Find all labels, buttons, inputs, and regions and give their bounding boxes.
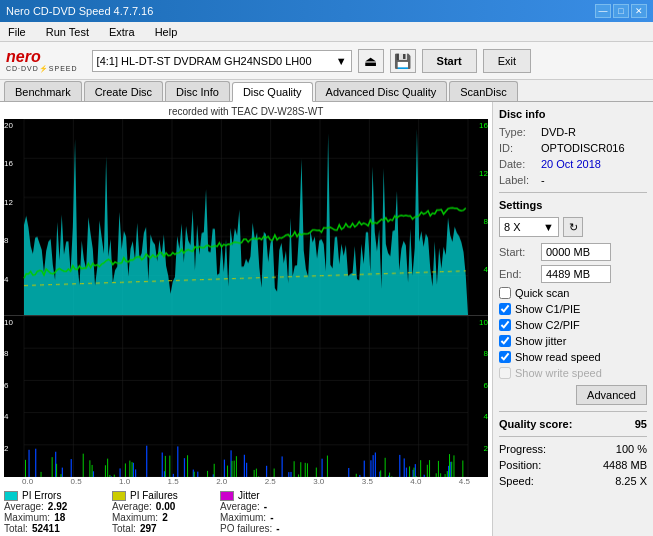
maximize-button[interactable]: □ [613,4,629,18]
separator-3 [499,436,647,437]
save-button[interactable]: 💾 [390,49,416,73]
show-c1-pie-row: Show C1/PIE [499,303,647,315]
main-content: recorded with TEAC DV-W28S-WT 20 16 12 8… [0,102,653,536]
speed-row: 8 X ▼ ↻ [499,217,647,237]
upper-chart-canvas [4,119,488,315]
disc-info-title: Disc info [499,108,647,120]
upper-chart: 20 16 12 8 4 16 12 8 4 [4,119,488,316]
eject-button[interactable]: ⏏ [358,49,384,73]
pi-failures-total: 297 [140,523,157,534]
pi-failures-color [112,491,126,501]
show-jitter-row: Show jitter [499,335,647,347]
quick-scan-row: Quick scan [499,287,647,299]
show-jitter-label: Show jitter [515,335,566,347]
jitter-max: - [270,512,273,523]
separator-1 [499,192,647,193]
title-bar: Nero CD-DVD Speed 4.7.7.16 — □ ✕ [0,0,653,22]
advanced-button[interactable]: Advanced [576,385,647,405]
pi-failures-max: 2 [162,512,168,523]
start-button[interactable]: Start [422,49,477,73]
pi-errors-label: PI Errors [22,490,61,501]
lower-chart-canvas [4,316,488,477]
legend-pi-failures: PI Failures Average: 0.00 Maximum: 2 Tot… [112,490,212,534]
app-title: Nero CD-DVD Speed 4.7.7.16 [6,5,153,17]
end-input[interactable] [541,265,611,283]
legend-jitter: Jitter Average: - Maximum: - PO failures… [220,490,320,534]
position-row: Position: 4488 MB [499,459,647,471]
pi-errors-avg: 2.92 [48,501,67,512]
po-failures-value: - [276,523,279,534]
type-row: Type: DVD-R [499,126,647,138]
drive-selector[interactable]: [4:1] HL-DT-ST DVDRAM GH24NSD0 LH00 ▼ [92,50,352,72]
tab-disc-quality[interactable]: Disc Quality [232,82,313,102]
show-read-speed-checkbox[interactable] [499,351,511,363]
disc-id: OPTODISCR016 [541,142,625,154]
position-value: 4488 MB [603,459,647,471]
pi-errors-color [4,491,18,501]
jitter-avg: - [264,501,267,512]
quality-score-value: 95 [635,418,647,430]
quick-scan-label: Quick scan [515,287,569,299]
tab-benchmark[interactable]: Benchmark [4,81,82,101]
show-c2-pif-row: Show C2/PIF [499,319,647,331]
chart-title: recorded with TEAC DV-W28S-WT [4,106,488,117]
tab-disc-info[interactable]: Disc Info [165,81,230,101]
show-read-speed-row: Show read speed [499,351,647,363]
jitter-color [220,491,234,501]
end-row: End: [499,265,647,283]
show-jitter-checkbox[interactable] [499,335,511,347]
progress-row: Progress: 100 % [499,443,647,455]
disc-label: - [541,174,545,186]
right-panel: Disc info Type: DVD-R ID: OPTODISCR016 D… [493,102,653,536]
refresh-button[interactable]: ↻ [563,217,583,237]
legend-pi-errors: PI Errors Average: 2.92 Maximum: 18 Tota… [4,490,104,534]
close-button[interactable]: ✕ [631,4,647,18]
menu-bar: File Run Test Extra Help [0,22,653,42]
separator-2 [499,411,647,412]
progress-value: 100 % [616,443,647,455]
window-controls[interactable]: — □ ✕ [595,4,647,18]
tab-create-disc[interactable]: Create Disc [84,81,163,101]
id-row: ID: OPTODISCR016 [499,142,647,154]
show-c1-pie-label: Show C1/PIE [515,303,580,315]
tab-advanced-disc-quality[interactable]: Advanced Disc Quality [315,81,448,101]
start-input[interactable] [541,243,611,261]
label-row: Label: - [499,174,647,186]
pi-errors-max: 18 [54,512,65,523]
quick-scan-checkbox[interactable] [499,287,511,299]
start-row: Start: [499,243,647,261]
chart-x-labels: 0.0 0.5 1.0 1.5 2.0 2.5 3.0 3.5 4.0 4.5 [4,477,488,486]
disc-type: DVD-R [541,126,576,138]
chart-area: recorded with TEAC DV-W28S-WT 20 16 12 8… [0,102,493,536]
show-write-speed-checkbox [499,367,511,379]
date-row: Date: 20 Oct 2018 [499,158,647,170]
pi-failures-label: PI Failures [130,490,178,501]
speed-info-value: 8.25 X [615,475,647,487]
pi-errors-total: 52411 [32,523,60,534]
lower-chart: 10 8 6 4 2 10 8 6 4 2 [4,316,488,477]
menu-help[interactable]: Help [151,24,182,40]
nero-logo: nero CD·DVD⚡SPEED [6,49,78,72]
quality-score-row: Quality score: 95 [499,418,647,430]
settings-title: Settings [499,199,647,211]
legend-stats: PI Errors Average: 2.92 Maximum: 18 Tota… [4,486,488,536]
show-write-speed-label: Show write speed [515,367,602,379]
pi-failures-avg: 0.00 [156,501,175,512]
chart-container: 20 16 12 8 4 16 12 8 4 [4,119,488,477]
toolbar: nero CD·DVD⚡SPEED [4:1] HL-DT-ST DVDRAM … [0,42,653,80]
exit-button[interactable]: Exit [483,49,531,73]
speed-selector[interactable]: 8 X ▼ [499,217,559,237]
menu-run-test[interactable]: Run Test [42,24,93,40]
disc-date: 20 Oct 2018 [541,158,601,170]
menu-file[interactable]: File [4,24,30,40]
minimize-button[interactable]: — [595,4,611,18]
tab-bar: Benchmark Create Disc Disc Info Disc Qua… [0,80,653,102]
tab-scan-disc[interactable]: ScanDisc [449,81,517,101]
jitter-label: Jitter [238,490,260,501]
menu-extra[interactable]: Extra [105,24,139,40]
show-read-speed-label: Show read speed [515,351,601,363]
show-c2-pif-label: Show C2/PIF [515,319,580,331]
show-c2-pif-checkbox[interactable] [499,319,511,331]
show-c1-pie-checkbox[interactable] [499,303,511,315]
quality-score-label: Quality score: [499,418,572,430]
